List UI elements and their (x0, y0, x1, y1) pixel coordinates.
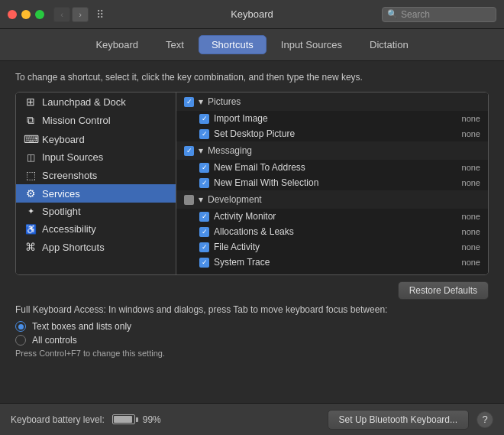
sidebar-item-mission-control[interactable]: ⧉ Mission Control (16, 111, 176, 130)
minimize-button[interactable] (21, 10, 31, 19)
instruction-text: To change a shortcut, select it, click t… (15, 72, 489, 83)
tab-input-sources[interactable]: Input Sources (268, 35, 355, 54)
help-button[interactable]: ? (477, 411, 493, 428)
triangle-down-icon (199, 145, 203, 156)
fka-note: Press Control+F7 to change this setting. (15, 349, 489, 358)
new-email-selection-checkbox[interactable] (199, 178, 209, 188)
sidebar-item-services[interactable]: ⚙ Services (16, 184, 176, 203)
tab-keyboard[interactable]: Keyboard (82, 35, 151, 54)
radio-all-controls[interactable]: All controls (15, 335, 489, 346)
nav-arrows: ‹ › (53, 7, 89, 22)
shortcut-file-activity[interactable]: File Activity none (176, 239, 488, 255)
launchpad-icon: ⊞ (24, 96, 37, 108)
sidebar-item-accessibility[interactable]: ♿ Accessibility (16, 220, 176, 238)
system-trace-checkbox[interactable] (199, 258, 209, 268)
pictures-checkbox[interactable] (184, 97, 194, 107)
import-image-key: none (462, 114, 480, 123)
setup-bluetooth-button[interactable]: Set Up Bluetooth Keyboard... (328, 410, 469, 430)
bottom-right: Set Up Bluetooth Keyboard... ? (328, 410, 493, 430)
development-checkbox[interactable] (184, 195, 194, 205)
search-icon: 🔍 (387, 9, 398, 19)
messaging-checkbox[interactable] (184, 146, 194, 156)
sidebar-item-label: Keyboard (42, 134, 85, 145)
radio-all-controls-outer[interactable] (15, 335, 26, 346)
import-image-checkbox[interactable] (199, 114, 209, 124)
new-email-selection-key: none (462, 178, 480, 187)
shortcut-activity-monitor[interactable]: Activity Monitor none (176, 209, 488, 224)
screenshots-icon: ⬚ (24, 169, 37, 181)
import-image-label: Import Image (214, 113, 457, 124)
file-activity-checkbox[interactable] (199, 242, 209, 252)
tab-dictation[interactable]: Dictation (357, 35, 422, 54)
battery-fill (114, 416, 133, 423)
radio-text-boxes[interactable]: Text boxes and lists only (15, 321, 489, 332)
shortcut-set-desktop[interactable]: Set Desktop Picture none (176, 126, 488, 141)
new-email-to-label: New Email To Address (214, 162, 457, 173)
activity-monitor-checkbox[interactable] (199, 212, 209, 222)
mission-control-icon: ⧉ (24, 114, 37, 127)
sidebar-item-label: Mission Control (42, 115, 111, 126)
forward-button[interactable]: › (72, 7, 89, 22)
restore-defaults-button[interactable]: Restore Defaults (398, 281, 489, 300)
fka-title: Full Keyboard Access: In windows and dia… (15, 304, 489, 315)
section-pictures[interactable]: Pictures (176, 93, 488, 111)
main-content: To change a shortcut, select it, click t… (0, 61, 504, 370)
input-sources-icon: ◫ (24, 152, 37, 163)
shortcut-new-email-to[interactable]: New Email To Address none (176, 160, 488, 175)
section-messaging[interactable]: Messaging (176, 141, 488, 160)
search-box: 🔍 (382, 7, 496, 22)
sidebar-item-app-shortcuts[interactable]: ⌘ App Shortcuts (16, 238, 176, 256)
sidebar-item-label: Launchpad & Dock (42, 96, 126, 108)
radio-text-boxes-label: Text boxes and lists only (32, 321, 131, 332)
section-development[interactable]: Development (176, 190, 488, 209)
sidebar-item-keyboard[interactable]: ⌨ Keyboard (16, 130, 176, 148)
tabs-bar: Keyboard Text Shortcuts Input Sources Di… (0, 29, 504, 61)
bottom-bar: Keyboard battery level: 99% Set Up Bluet… (0, 403, 504, 435)
window-title: Keyboard (231, 8, 273, 20)
shortcut-import-image[interactable]: Import Image none (176, 111, 488, 126)
triangle-icon (199, 96, 203, 107)
sidebar-item-spotlight[interactable]: ✦ Spotlight (16, 203, 176, 220)
new-email-selection-label: New Email With Selection (214, 177, 457, 188)
sidebar-item-label: Accessibility (42, 223, 96, 235)
sidebar-item-screenshots[interactable]: ⬚ Screenshots (16, 166, 176, 184)
close-button[interactable] (8, 10, 17, 19)
shortcut-system-trace[interactable]: System Trace none (176, 255, 488, 270)
battery-body (112, 414, 135, 424)
tab-shortcuts[interactable]: Shortcuts (199, 35, 267, 54)
restore-row: Restore Defaults (15, 281, 489, 300)
sidebar-item-label: Input Sources (42, 151, 103, 163)
sidebar-item-label: Screenshots (42, 170, 97, 181)
spotlight-icon: ✦ (24, 206, 37, 216)
fka-section: Full Keyboard Access: In windows and dia… (15, 304, 489, 358)
radio-all-controls-label: All controls (32, 335, 77, 346)
sidebar-item-label: Services (42, 188, 80, 200)
shortcut-allocations-leaks[interactable]: Allocations & Leaks none (176, 224, 488, 239)
keyboard-icon: ⌨ (24, 133, 37, 145)
allocations-checkbox[interactable] (199, 227, 209, 237)
battery-label: Keyboard battery level: (11, 414, 105, 425)
set-desktop-checkbox[interactable] (199, 129, 209, 139)
sidebar-item-label: Spotlight (42, 206, 81, 217)
shortcut-new-email-selection[interactable]: New Email With Selection none (176, 175, 488, 190)
maximize-button[interactable] (35, 10, 44, 19)
file-activity-key: none (462, 242, 480, 252)
traffic-lights (8, 10, 44, 19)
tab-text[interactable]: Text (153, 35, 197, 54)
section-label: Pictures (208, 96, 241, 107)
radio-text-boxes-outer[interactable] (15, 321, 26, 332)
grid-icon[interactable]: ⠿ (96, 8, 104, 21)
app-shortcuts-icon: ⌘ (24, 241, 37, 253)
activity-monitor-label: Activity Monitor (214, 211, 457, 222)
titlebar: ‹ › ⠿ Keyboard 🔍 (0, 0, 504, 29)
services-icon: ⚙ (24, 187, 37, 200)
sidebar-item-input-sources[interactable]: ◫ Input Sources (16, 148, 176, 166)
sidebar-item-launchpad[interactable]: ⊞ Launchpad & Dock (16, 93, 176, 111)
new-email-to-checkbox[interactable] (199, 163, 209, 173)
battery-percent: 99% (143, 414, 161, 425)
shortcuts-pane: Pictures Import Image none Set Desktop P… (176, 93, 488, 274)
set-desktop-key: none (462, 129, 480, 138)
sidebar-list: ⊞ Launchpad & Dock ⧉ Mission Control ⌨ K… (16, 93, 176, 274)
search-input[interactable] (401, 9, 491, 20)
back-button[interactable]: ‹ (53, 7, 70, 22)
